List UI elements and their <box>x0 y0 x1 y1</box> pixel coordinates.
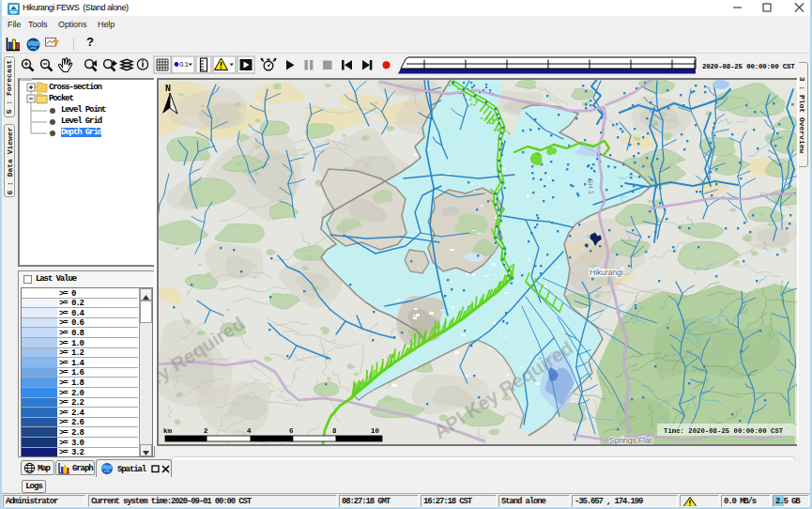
svg-text:2020-08-25 00:00:00 CST: 2020-08-25 00:00:00 CST <box>702 63 795 70</box>
svg-text:0.1: 0.1 <box>180 61 189 68</box>
svg-text:km: km <box>163 427 173 435</box>
svg-text:4: 4 <box>247 427 252 435</box>
svg-text:6: 6 <box>289 427 294 435</box>
svg-text:N: N <box>165 84 171 94</box>
svg-text:Time: 2020-08-25 00:00:00 CST: Time: 2020-08-25 00:00:00 CST <box>664 427 784 435</box>
svg-text:8: 8 <box>332 427 337 435</box>
svg-text:2: 2 <box>204 427 208 435</box>
svg-text:SH 1: SH 1 <box>586 178 595 194</box>
svg-text:Hikurangi: Hikurangi <box>590 268 623 277</box>
svg-text:Springs Flat: Springs Flat <box>609 436 652 444</box>
svg-text:10: 10 <box>371 427 380 435</box>
